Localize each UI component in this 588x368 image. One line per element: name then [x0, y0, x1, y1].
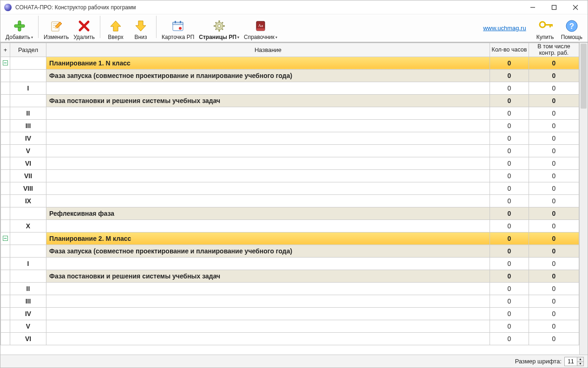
table-row[interactable]: VI00 — [1, 157, 579, 169]
ctrl-cell[interactable]: 0 — [529, 82, 579, 94]
col-expand-header[interactable]: + — [1, 43, 10, 57]
table-row[interactable]: Фаза постановки и решения системы учебны… — [1, 94, 579, 107]
table-row[interactable]: IX00 — [1, 194, 579, 207]
hours-cell[interactable]: 0 — [490, 194, 529, 207]
ctrl-cell[interactable]: 0 — [529, 132, 579, 144]
ctrl-cell[interactable]: 0 — [529, 207, 579, 220]
hours-cell[interactable]: 0 — [490, 332, 529, 345]
ctrl-cell[interactable]: 0 — [529, 307, 579, 320]
name-cell[interactable] — [46, 132, 490, 144]
name-cell[interactable] — [46, 282, 490, 295]
hours-cell[interactable]: 0 — [490, 132, 529, 144]
table-row[interactable]: Фаза запуска (совместное проектирование … — [1, 245, 579, 257]
font-size-input[interactable] — [565, 358, 577, 365]
ctrl-cell[interactable]: 0 — [529, 320, 579, 332]
collapse-icon[interactable]: − — [3, 236, 8, 241]
name-cell[interactable] — [46, 194, 490, 207]
card-button[interactable]: Карточка РП — [159, 15, 196, 41]
name-cell[interactable] — [46, 295, 490, 307]
hours-cell[interactable]: 0 — [490, 282, 529, 295]
ctrl-cell[interactable]: 0 — [529, 157, 579, 169]
name-cell[interactable]: Фаза запуска (совместное проектирование … — [46, 245, 490, 257]
close-button[interactable] — [569, 2, 582, 13]
ctrl-cell[interactable]: 0 — [529, 107, 579, 119]
col-hours-header[interactable]: Кол-во часов — [490, 43, 529, 57]
table-row[interactable]: IV00 — [1, 307, 579, 320]
maximize-button[interactable] — [548, 2, 561, 13]
table-row[interactable]: IV00 — [1, 132, 579, 144]
collapse-icon[interactable]: − — [3, 60, 8, 65]
move-up-button[interactable]: Вверх — [103, 15, 128, 41]
ctrl-cell[interactable]: 0 — [529, 332, 579, 345]
table-row[interactable]: VI00 — [1, 332, 579, 345]
table-row[interactable]: VII00 — [1, 169, 579, 182]
add-button[interactable]: Добавить▾ — [3, 15, 35, 41]
hours-cell[interactable]: 0 — [490, 207, 529, 220]
table-row[interactable]: III00 — [1, 295, 579, 307]
table-row[interactable]: V00 — [1, 320, 579, 332]
ctrl-cell[interactable]: 0 — [529, 94, 579, 107]
hours-cell[interactable]: 0 — [490, 119, 529, 132]
name-cell[interactable] — [46, 220, 490, 232]
ctrl-cell[interactable]: 0 — [529, 232, 579, 245]
ctrl-cell[interactable]: 0 — [529, 194, 579, 207]
planning-table[interactable]: + Раздел Название Кол-во часов В том чис… — [0, 43, 579, 345]
name-cell[interactable]: Фаза постановки и решения системы учебны… — [46, 94, 490, 107]
pages-button[interactable]: Страницы РП▾ — [196, 15, 242, 41]
table-row[interactable]: −Планирование 2. M класс00 — [1, 232, 579, 245]
minimize-button[interactable] — [526, 2, 539, 13]
hours-cell[interactable]: 0 — [490, 157, 529, 169]
hours-cell[interactable]: 0 — [490, 94, 529, 107]
table-row[interactable]: −Планирование 1. N класс00 — [1, 57, 579, 69]
name-cell[interactable] — [46, 307, 490, 320]
col-section-header[interactable]: Раздел — [10, 43, 46, 57]
name-cell[interactable]: Планирование 1. N класс — [46, 57, 490, 69]
hours-cell[interactable]: 0 — [490, 257, 529, 270]
edit-button[interactable]: Изменить — [41, 15, 71, 41]
ctrl-cell[interactable]: 0 — [529, 282, 579, 295]
table-row[interactable]: V00 — [1, 144, 579, 157]
name-cell[interactable]: Фаза постановки и решения системы учебны… — [46, 270, 490, 282]
col-name-header[interactable]: Название — [46, 43, 490, 57]
name-cell[interactable] — [46, 320, 490, 332]
ctrl-cell[interactable]: 0 — [529, 69, 579, 82]
ctrl-cell[interactable]: 0 — [529, 182, 579, 194]
name-cell[interactable] — [46, 169, 490, 182]
table-row[interactable]: X00 — [1, 220, 579, 232]
name-cell[interactable] — [46, 257, 490, 270]
hours-cell[interactable]: 0 — [490, 69, 529, 82]
hours-cell[interactable]: 0 — [490, 320, 529, 332]
name-cell[interactable]: Фаза запуска (совместное проектирование … — [46, 69, 490, 82]
move-down-button[interactable]: Вниз — [128, 15, 153, 41]
name-cell[interactable] — [46, 107, 490, 119]
hours-cell[interactable]: 0 — [490, 295, 529, 307]
table-row[interactable]: Рефлексивная фаза00 — [1, 207, 579, 220]
hours-cell[interactable]: 0 — [490, 107, 529, 119]
spin-up-icon[interactable]: ▲ — [577, 357, 583, 362]
ctrl-cell[interactable]: 0 — [529, 119, 579, 132]
name-cell[interactable] — [46, 119, 490, 132]
ctrl-cell[interactable]: 0 — [529, 257, 579, 270]
hours-cell[interactable]: 0 — [490, 232, 529, 245]
buy-button[interactable]: Купить — [533, 15, 558, 41]
table-row[interactable]: I00 — [1, 82, 579, 94]
ctrl-cell[interactable]: 0 — [529, 295, 579, 307]
spin-down-icon[interactable]: ▼ — [577, 362, 583, 366]
table-row[interactable]: VIII00 — [1, 182, 579, 194]
expand-cell[interactable]: − — [1, 232, 10, 245]
name-cell[interactable] — [46, 82, 490, 94]
ctrl-cell[interactable]: 0 — [529, 220, 579, 232]
vertical-scrollbar[interactable] — [579, 43, 588, 355]
name-cell[interactable] — [46, 182, 490, 194]
col-ctrl-header[interactable]: В том числе контр. раб. — [529, 43, 579, 57]
name-cell[interactable]: Рефлексивная фаза — [46, 207, 490, 220]
hours-cell[interactable]: 0 — [490, 307, 529, 320]
hours-cell[interactable]: 0 — [490, 220, 529, 232]
ctrl-cell[interactable]: 0 — [529, 144, 579, 157]
delete-button[interactable]: Удалить — [71, 15, 97, 41]
hours-cell[interactable]: 0 — [490, 169, 529, 182]
hours-cell[interactable]: 0 — [490, 182, 529, 194]
ctrl-cell[interactable]: 0 — [529, 169, 579, 182]
hours-cell[interactable]: 0 — [490, 57, 529, 69]
scrollbar-thumb[interactable] — [581, 44, 587, 109]
